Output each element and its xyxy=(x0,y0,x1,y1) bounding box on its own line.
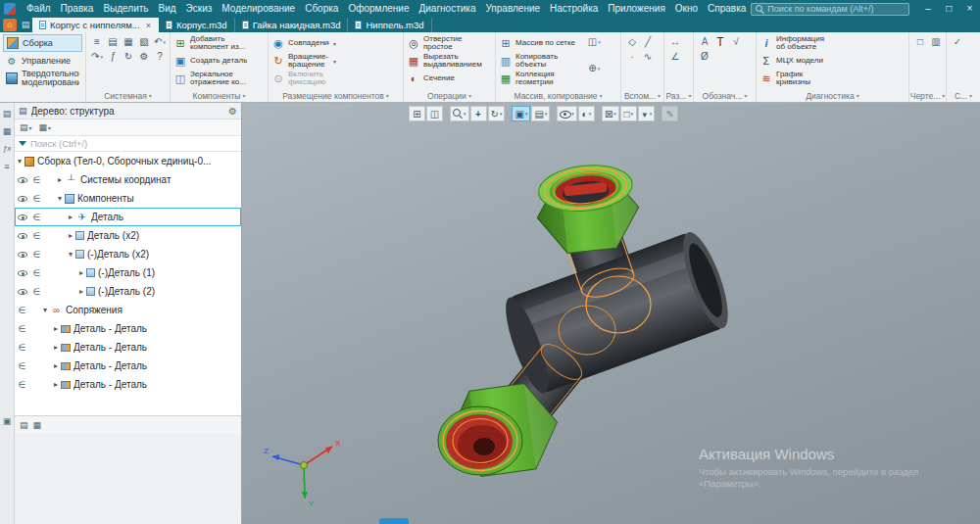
coincidence-button[interactable]: Совпадение ▾ xyxy=(271,34,336,52)
menu-item[interactable]: Моделирование xyxy=(217,0,300,18)
expander-icon[interactable]: ▾ xyxy=(40,306,50,314)
print-icon[interactable]: ▾ xyxy=(136,34,152,49)
menu-item[interactable]: Вид xyxy=(154,0,181,18)
minimize-button[interactable]: – xyxy=(917,0,938,18)
sketch-pencil-icon[interactable]: ▾ xyxy=(662,106,678,121)
open-icon[interactable]: ▾ xyxy=(105,34,121,49)
menu-item[interactable]: Настройка xyxy=(545,0,603,18)
text-tool-icon[interactable] xyxy=(712,34,728,49)
sketch-view-icon[interactable]: ▾ xyxy=(426,106,443,121)
menu-item[interactable]: Приложения xyxy=(603,0,670,18)
visibility-eye-icon[interactable] xyxy=(15,214,29,220)
visibility-eye-icon[interactable] xyxy=(15,252,29,258)
tree-row-coordinate-systems[interactable]: ▸ Системы координат xyxy=(15,170,241,189)
rotation-rotation-button[interactable]: Вращение-вращение ▾ xyxy=(271,52,336,70)
orientation-icon[interactable]: ▾ xyxy=(602,106,619,121)
scene-filter-icon[interactable]: ▾ xyxy=(638,106,655,121)
expander-icon[interactable]: ▾ xyxy=(66,250,75,259)
tree-search[interactable] xyxy=(15,136,241,152)
group-caption[interactable]: Массив, копирование▾ xyxy=(496,89,620,102)
include-in-calc-icon[interactable] xyxy=(15,306,29,315)
expander-icon[interactable]: ▸ xyxy=(51,361,61,370)
hide-objects-icon[interactable]: ▾ xyxy=(557,106,577,121)
tree-row-mates[interactable]: ▾ Сопряжения xyxy=(15,301,241,319)
tree-row-components[interactable]: ▾ Компоненты xyxy=(15,189,241,208)
add-component-button[interactable]: Добавить компонент из... xyxy=(173,34,265,52)
isolate-icon[interactable]: ▾ xyxy=(620,106,637,121)
rebuild-icon[interactable]: ▾ xyxy=(121,49,136,64)
diameter-icon[interactable] xyxy=(697,49,712,64)
expander-icon[interactable]: ▸ xyxy=(51,380,61,389)
tree-composition-icon[interactable]: ▾ xyxy=(37,122,54,132)
circular-array-icon[interactable]: ▾ xyxy=(586,61,602,75)
cut-extrude-button[interactable]: Вырезать выдавливанием xyxy=(407,52,492,70)
aux-point-icon[interactable] xyxy=(624,49,640,64)
3d-viewport[interactable]: ▾ ▾ ▾ ▾ ▾ ▾ ▾ ▾ xyxy=(242,103,980,524)
maximize-button[interactable]: □ xyxy=(939,0,959,18)
document-tab[interactable]: Корпус с ниппелям... × xyxy=(32,18,159,32)
display-shaded-icon[interactable]: ▾ xyxy=(512,106,530,121)
group-caption[interactable]: Обознач...▾ xyxy=(694,89,756,102)
drawing-half-icon[interactable] xyxy=(928,34,944,49)
variables-icon[interactable]: ▾ xyxy=(105,49,121,64)
tree-row-mate-3[interactable]: ▸ Деталь - Деталь xyxy=(15,357,241,375)
redo-icon[interactable]: ▾ xyxy=(89,49,105,64)
mode-management-button[interactable]: Управление xyxy=(3,52,82,70)
menu-item[interactable]: Правка xyxy=(56,0,99,18)
menu-item[interactable]: Диагностика xyxy=(414,0,480,18)
expander-icon[interactable]: ▾ xyxy=(15,157,24,166)
expander-icon[interactable]: ▸ xyxy=(76,268,86,277)
visibility-eye-icon[interactable] xyxy=(15,270,29,276)
dimension-angle-icon[interactable] xyxy=(667,49,683,64)
group-caption[interactable]: Компоненты▾ xyxy=(171,89,268,102)
group-caption[interactable]: Раз...▾ xyxy=(664,89,693,102)
tree-row-assembly[interactable]: ▾ Сборка (Тел-0, Сборочных единиц-0... xyxy=(15,152,241,170)
panel-menu-icon[interactable] xyxy=(2,161,13,171)
menu-item[interactable]: Окно xyxy=(670,0,703,18)
tree-row-part-instance-2[interactable]: ▸ (-)Деталь (2) xyxy=(15,282,241,301)
section-button[interactable]: Сечение xyxy=(407,70,492,87)
menu-item[interactable]: Справка xyxy=(703,0,751,18)
tree-structure-view-icon[interactable]: ▾ xyxy=(18,122,34,132)
menu-item[interactable]: Оформление xyxy=(343,0,414,18)
command-search[interactable] xyxy=(751,3,909,16)
main-menu-icon[interactable]: ▾ xyxy=(89,34,105,49)
drawing-view-icon[interactable] xyxy=(912,34,928,49)
aux-axis-icon[interactable] xyxy=(640,34,656,49)
enable-fixation-button[interactable]: Включить фиксацию ▾ xyxy=(271,70,336,87)
group-caption[interactable]: Размещение компонентов▾ xyxy=(269,89,403,102)
gear-icon[interactable]: ⚙ xyxy=(228,106,237,117)
zoom-icon[interactable]: ▾ xyxy=(450,106,469,121)
include-in-calc-icon[interactable] xyxy=(15,343,29,353)
expander-icon[interactable]: ▸ xyxy=(51,324,61,333)
mode-assembly-button[interactable]: Сборка xyxy=(3,34,82,52)
panel-tree-icon[interactable] xyxy=(2,108,13,119)
expander-icon[interactable]: ▸ xyxy=(51,343,61,352)
mirror-array-icon[interactable]: ▾ xyxy=(586,34,602,49)
document-tab[interactable]: Корпус.m3d xyxy=(159,18,235,32)
collapsed-panel-handle[interactable] xyxy=(379,518,409,524)
include-in-calc-icon[interactable] xyxy=(29,231,44,241)
group-caption[interactable]: Вспом...▾ xyxy=(621,89,663,102)
group-caption[interactable]: Системная▾ xyxy=(86,89,170,102)
grid-array-button[interactable]: Массив по сетке xyxy=(499,34,586,52)
mcx-model-button[interactable]: МЦХ модели xyxy=(760,52,834,70)
dimension-linear-icon[interactable] xyxy=(667,34,683,49)
designation-base-icon[interactable] xyxy=(697,34,712,49)
include-in-calc-icon[interactable] xyxy=(29,287,44,297)
filter-funnel-icon[interactable] xyxy=(19,141,26,146)
visibility-eye-icon[interactable] xyxy=(15,177,29,183)
undo-icon[interactable]: ▾ xyxy=(152,34,168,49)
visibility-eye-icon[interactable] xyxy=(15,289,29,295)
home-tab-icon[interactable]: ⌂ xyxy=(3,19,17,31)
app-icon[interactable] xyxy=(4,3,16,15)
simple-hole-button[interactable]: Отверстие простое xyxy=(407,34,492,52)
include-in-calc-icon[interactable] xyxy=(29,250,44,260)
menu-item[interactable]: Сборка xyxy=(300,0,343,18)
clip-section-icon[interactable]: ▾ xyxy=(578,106,595,121)
menu-item[interactable]: Эскиз xyxy=(181,0,218,18)
tree-row-part-instance-1[interactable]: ▸ (-)Деталь (1) xyxy=(15,263,241,282)
mode-solid-modeling-button[interactable]: Твердотельное моделирование xyxy=(3,70,82,87)
menu-item[interactable]: Файл xyxy=(22,0,56,18)
visibility-eye-icon[interactable] xyxy=(15,233,29,239)
